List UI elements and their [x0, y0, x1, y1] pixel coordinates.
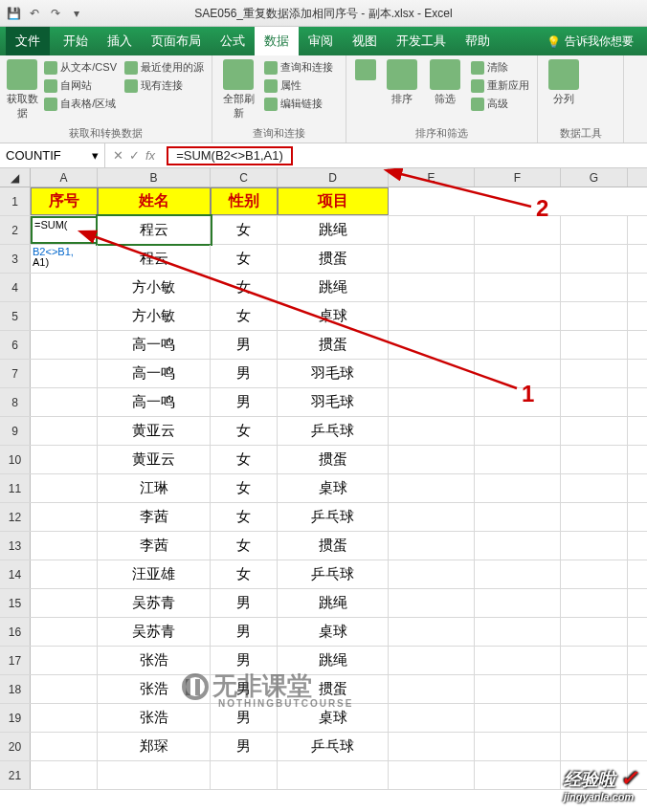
row-header[interactable]: 5: [0, 302, 31, 330]
recent-sources[interactable]: 最近使用的源: [123, 59, 206, 76]
col-header-G[interactable]: G: [561, 168, 628, 187]
cell[interactable]: [389, 761, 475, 789]
row-header[interactable]: 14: [0, 560, 31, 588]
cell[interactable]: [561, 417, 628, 445]
row-header[interactable]: 1: [0, 187, 31, 215]
cell[interactable]: [389, 360, 475, 387]
cell[interactable]: [475, 675, 561, 703]
cell[interactable]: [389, 618, 475, 646]
cell[interactable]: [475, 388, 561, 416]
cell[interactable]: [561, 302, 628, 330]
from-web[interactable]: 自网站: [42, 77, 119, 94]
cell[interactable]: 跳绳: [278, 216, 389, 244]
queries-conn[interactable]: 查询和连接: [262, 59, 335, 76]
cell[interactable]: [561, 589, 628, 617]
cell[interactable]: [475, 446, 561, 473]
cell[interactable]: [389, 474, 475, 502]
cell[interactable]: 高一鸣: [98, 388, 211, 416]
row-header[interactable]: 6: [0, 331, 31, 359]
cell[interactable]: 男: [211, 618, 278, 646]
cell[interactable]: 女: [211, 446, 278, 473]
from-text-csv[interactable]: 从文本/CSV: [42, 59, 119, 76]
cell[interactable]: 吴苏青: [98, 589, 211, 617]
cell[interactable]: 高一鸣: [98, 360, 211, 387]
cell[interactable]: 乒乓球: [278, 417, 389, 445]
cell[interactable]: 汪亚雄: [98, 560, 211, 588]
cell[interactable]: [31, 417, 98, 445]
cell[interactable]: 羽毛球: [278, 388, 389, 416]
existing-conn[interactable]: 现有连接: [123, 77, 206, 94]
cell[interactable]: [475, 274, 561, 301]
row-header[interactable]: 4: [0, 274, 31, 301]
cell[interactable]: [31, 618, 98, 646]
col-header-B[interactable]: B: [98, 168, 211, 187]
cell[interactable]: [389, 589, 475, 617]
qat-more-icon[interactable]: ▾: [69, 6, 84, 21]
cell[interactable]: [561, 733, 628, 760]
sort-button[interactable]: 排序: [383, 59, 422, 106]
header-name[interactable]: 姓名: [98, 187, 211, 215]
cell[interactable]: [561, 618, 628, 646]
cell[interactable]: [389, 532, 475, 560]
cell[interactable]: [561, 216, 628, 244]
col-header-C[interactable]: C: [211, 168, 278, 187]
cell[interactable]: 黄亚云: [98, 446, 211, 473]
cell[interactable]: [31, 704, 98, 732]
cell[interactable]: [475, 474, 561, 502]
sort-az-button[interactable]: [352, 59, 379, 80]
save-icon[interactable]: 💾: [6, 6, 21, 21]
cell[interactable]: [561, 187, 628, 215]
cell[interactable]: [31, 733, 98, 760]
from-table[interactable]: 自表格/区域: [42, 96, 119, 112]
row-header[interactable]: 12: [0, 503, 31, 531]
select-all-button[interactable]: ◢: [0, 168, 31, 187]
row-header[interactable]: 17: [0, 647, 31, 674]
cell[interactable]: [31, 589, 98, 617]
cell[interactable]: [561, 274, 628, 301]
cell[interactable]: [561, 560, 628, 588]
tab-view[interactable]: 视图: [343, 27, 387, 55]
cell[interactable]: 女: [211, 503, 278, 531]
cell[interactable]: [561, 704, 628, 732]
row-header[interactable]: 18: [0, 675, 31, 703]
cell[interactable]: 桌球: [278, 474, 389, 502]
cell[interactable]: 张浩: [98, 704, 211, 732]
cell[interactable]: 李茜: [98, 532, 211, 560]
cell[interactable]: =SUM(: [31, 216, 98, 244]
cell[interactable]: [31, 675, 98, 703]
row-header[interactable]: 13: [0, 532, 31, 560]
cell[interactable]: [561, 675, 628, 703]
cell[interactable]: 男: [211, 733, 278, 760]
cell[interactable]: [475, 503, 561, 531]
header-gender[interactable]: 性别: [211, 187, 278, 215]
cell[interactable]: [389, 187, 475, 215]
cell[interactable]: [561, 446, 628, 473]
cell[interactable]: 女: [211, 417, 278, 445]
row-header[interactable]: 3: [0, 245, 31, 273]
tab-insert[interactable]: 插入: [98, 27, 142, 55]
cell[interactable]: [389, 560, 475, 588]
cell[interactable]: [389, 417, 475, 445]
row-header[interactable]: 2: [0, 216, 31, 244]
cell[interactable]: [31, 274, 98, 301]
cell[interactable]: [389, 274, 475, 301]
formula-bar[interactable]: =SUM(B2<>B1,A1): [163, 143, 647, 167]
cell[interactable]: [31, 331, 98, 359]
enter-icon[interactable]: ✓: [129, 148, 140, 163]
cell[interactable]: [475, 618, 561, 646]
cell[interactable]: 掼蛋: [278, 331, 389, 359]
cell[interactable]: [31, 388, 98, 416]
cell[interactable]: 掼蛋: [278, 532, 389, 560]
row-header[interactable]: 20: [0, 733, 31, 760]
row-header[interactable]: 8: [0, 388, 31, 416]
cell[interactable]: 乒乓球: [278, 560, 389, 588]
cell[interactable]: 掼蛋: [278, 245, 389, 273]
cell[interactable]: [475, 761, 561, 789]
cell[interactable]: [561, 532, 628, 560]
cell[interactable]: 郑琛: [98, 733, 211, 760]
cell[interactable]: [31, 647, 98, 674]
cell[interactable]: [475, 647, 561, 674]
cell[interactable]: [561, 360, 628, 387]
cell[interactable]: [475, 360, 561, 387]
header-item[interactable]: 项目: [278, 187, 389, 215]
